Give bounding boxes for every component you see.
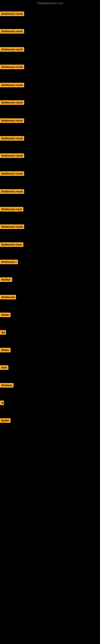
- bottleneck-result-item-1[interactable]: Bottleneck result: [0, 12, 24, 17]
- bottleneck-badge-17: Bottleneck: [0, 295, 16, 300]
- bottleneck-badge-13: Bottleneck result: [0, 224, 24, 229]
- bottleneck-result-item-16[interactable]: Bottlen: [0, 277, 12, 283]
- site-title: TheBottlenecker.com: [0, 0, 100, 6]
- bottleneck-badge-22: Bottlene: [0, 383, 14, 388]
- bottleneck-badge-6: Bottleneck result: [0, 100, 24, 105]
- bottleneck-result-item-17[interactable]: Bottleneck: [0, 295, 16, 300]
- bottleneck-badge-4: Bottleneck result: [0, 64, 24, 69]
- bottleneck-result-item-2[interactable]: Bottleneck result: [0, 29, 24, 34]
- bottleneck-badge-16: Bottlen: [0, 277, 12, 282]
- bottleneck-result-item-9[interactable]: Bottleneck result: [0, 153, 24, 159]
- bottleneck-badge-11: Bottleneck result: [0, 189, 24, 194]
- bottleneck-badge-2: Bottleneck result: [0, 29, 24, 34]
- bottleneck-badge-24: Bottle: [0, 418, 11, 423]
- bottleneck-badge-10: Bottleneck result: [0, 171, 24, 176]
- bottleneck-result-item-3[interactable]: Bottleneck result: [0, 47, 24, 52]
- bottleneck-badge-7: Bottleneck result: [0, 118, 24, 123]
- bottleneck-badge-21: Bott: [0, 365, 8, 370]
- bottleneck-result-item-18[interactable]: Bottle: [0, 312, 11, 318]
- bottleneck-badge-19: Bo: [0, 330, 6, 335]
- bottleneck-result-item-5[interactable]: Bottleneck result: [0, 83, 24, 88]
- bottleneck-result-item-7[interactable]: Bottleneck result: [0, 118, 24, 124]
- bottleneck-result-item-14[interactable]: Bottleneck resul: [0, 242, 23, 248]
- bottleneck-badge-9: Bottleneck result: [0, 153, 24, 158]
- bottleneck-badge-14: Bottleneck resul: [0, 242, 23, 247]
- bottleneck-result-item-15[interactable]: Bottleneck r: [0, 260, 18, 265]
- bottleneck-badge-3: Bottleneck result: [0, 47, 24, 52]
- bottleneck-badge-18: Bottle: [0, 312, 11, 317]
- bottleneck-badge-20: Bottle: [0, 348, 11, 352]
- bottleneck-result-item-22[interactable]: Bottlene: [0, 383, 14, 388]
- bottleneck-result-item-13[interactable]: Bottleneck result: [0, 224, 24, 230]
- bottleneck-badge-5: Bottleneck result: [0, 83, 24, 87]
- bottleneck-result-item-21[interactable]: Bott: [0, 365, 8, 371]
- bottleneck-result-item-12[interactable]: Bottleneck resul: [0, 207, 23, 212]
- bottleneck-result-item-20[interactable]: Bottle: [0, 348, 11, 353]
- bottleneck-result-item-4[interactable]: Bottleneck result: [0, 64, 24, 70]
- bottleneck-result-item-19[interactable]: Bo: [0, 330, 6, 336]
- bottleneck-result-item-6[interactable]: Bottleneck result: [0, 100, 24, 106]
- bottleneck-result-item-10[interactable]: Bottleneck result: [0, 171, 24, 177]
- bottleneck-badge-1: Bottleneck result: [0, 12, 24, 16]
- bottleneck-badge-23: B: [0, 400, 4, 405]
- bottleneck-result-item-23[interactable]: B: [0, 400, 4, 406]
- bottleneck-result-item-8[interactable]: Bottleneck result: [0, 136, 24, 142]
- bottleneck-result-item-11[interactable]: Bottleneck result: [0, 189, 24, 194]
- bottleneck-result-item-24[interactable]: Bottle: [0, 418, 11, 424]
- bottleneck-badge-15: Bottleneck r: [0, 260, 18, 264]
- bottleneck-badge-12: Bottleneck resul: [0, 207, 23, 212]
- bottleneck-badge-8: Bottleneck result: [0, 136, 24, 141]
